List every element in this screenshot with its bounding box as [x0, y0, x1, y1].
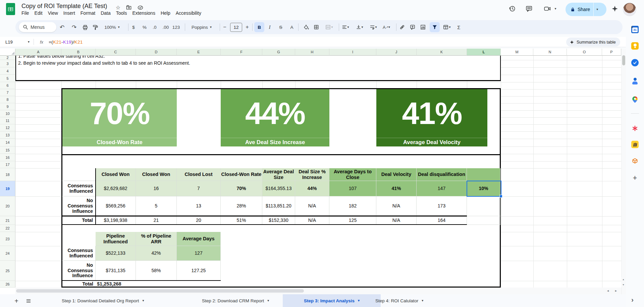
- cell-B25-label[interactable]: No Consensus Influence: [62, 261, 96, 281]
- toolbar-collapse-button[interactable]: [627, 22, 637, 32]
- cell-E24[interactable]: 127: [177, 246, 221, 261]
- sheet-tab-caret[interactable]: [267, 299, 269, 302]
- addon-asterisk-icon[interactable]: [631, 125, 639, 132]
- cell-K21[interactable]: 164: [417, 216, 467, 225]
- menu-data[interactable]: Data: [98, 9, 113, 17]
- row-header-2[interactable]: 2: [0, 56, 15, 60]
- increase-font-size-button[interactable]: +: [242, 22, 252, 32]
- tasks-icon[interactable]: [631, 59, 639, 66]
- cell-F20[interactable]: 28%: [221, 196, 262, 216]
- vertical-scrollbar-thumb[interactable]: [622, 55, 625, 65]
- text-wrap-button[interactable]: [367, 22, 380, 32]
- column-header-P[interactable]: P: [602, 49, 621, 56]
- row-header-26[interactable]: 26: [0, 281, 15, 288]
- decrease-decimal-button[interactable]: .0: [149, 22, 160, 32]
- cell-C20[interactable]: $569,256: [96, 196, 136, 216]
- row-header-3[interactable]: 3: [0, 60, 15, 67]
- row-header-8[interactable]: 8: [0, 96, 15, 103]
- cell-D21[interactable]: 21: [136, 216, 177, 225]
- cell-C23-header[interactable]: Pipeline Influenced: [96, 232, 136, 246]
- row-header-19[interactable]: 19: [0, 181, 15, 196]
- vertical-align-button[interactable]: [353, 22, 366, 32]
- menu-file[interactable]: File: [19, 9, 32, 17]
- scroll-left-button[interactable]: ◀: [606, 288, 610, 293]
- cell-H19[interactable]: 44%: [295, 181, 329, 196]
- more-formats-button[interactable]: 123: [170, 22, 182, 32]
- cell-E25[interactable]: 127.25: [177, 261, 221, 281]
- version-history-icon[interactable]: [507, 4, 517, 14]
- keep-icon[interactable]: [631, 42, 639, 50]
- share-dropdown-caret[interactable]: [596, 8, 598, 11]
- sheet-tab-step4[interactable]: Step 4: ROI Calulator: [371, 294, 428, 307]
- horizontal-scrollbar-thumb[interactable]: [16, 289, 304, 293]
- column-header-B[interactable]: B: [61, 49, 96, 56]
- row-header-10[interactable]: 10: [0, 110, 15, 117]
- cell-J19[interactable]: 41%: [376, 181, 417, 196]
- kpi-card-deal-velocity[interactable]: 41% Average Deal Velocity: [376, 89, 487, 146]
- row-header-4[interactable]: 4: [0, 67, 15, 75]
- row-header-16[interactable]: 16: [0, 154, 15, 161]
- share-button[interactable]: Share: [566, 3, 606, 16]
- column-header-O[interactable]: O: [567, 49, 602, 56]
- row-header-14[interactable]: 14: [0, 139, 15, 146]
- scroll-right-button[interactable]: ▶: [614, 288, 618, 293]
- insert-link-button[interactable]: [397, 22, 407, 32]
- all-sheets-button[interactable]: [24, 297, 33, 305]
- row-header-21[interactable]: 21: [0, 216, 15, 225]
- fill-color-button[interactable]: [301, 22, 311, 32]
- get-addons-plus-icon[interactable]: +: [631, 174, 639, 182]
- cell-D18-header[interactable]: Closed Won: [136, 168, 177, 181]
- text-rotation-button[interactable]: A↗: [380, 22, 393, 32]
- cell-I18-header[interactable]: Average Days to Close: [329, 168, 376, 181]
- menu-accessibility[interactable]: Accessibility: [173, 9, 204, 17]
- column-header-K[interactable]: K: [417, 49, 467, 56]
- cell-E20[interactable]: 13: [177, 196, 221, 216]
- sheets-logo[interactable]: [6, 3, 15, 15]
- cell-E23-header[interactable]: Average Days: [177, 232, 221, 246]
- sheet-tab-step2[interactable]: Step 2: Download CRM Report: [197, 294, 274, 307]
- row-header-5[interactable]: 5: [0, 75, 15, 82]
- column-header-C[interactable]: C: [96, 49, 136, 56]
- print-button[interactable]: [80, 22, 90, 32]
- cell-I20[interactable]: 182: [329, 196, 376, 216]
- format-percent-button[interactable]: %: [140, 22, 150, 32]
- cell-instruction-line1[interactable]: 1. Paste Values below starting in cell A…: [18, 56, 105, 59]
- add-sheet-button[interactable]: +: [12, 297, 21, 305]
- cell-B21-label[interactable]: Total: [62, 216, 96, 225]
- row-header-17[interactable]: 17: [0, 161, 15, 168]
- row-header-15[interactable]: 15: [0, 146, 15, 154]
- row-header-7[interactable]: 7: [0, 89, 15, 96]
- menu-extensions[interactable]: Extensions: [129, 9, 158, 17]
- cell-D25[interactable]: 58%: [136, 261, 177, 281]
- cell-B20-label[interactable]: No Consensus Influence: [62, 196, 96, 216]
- vertical-scrollbar[interactable]: [621, 49, 626, 294]
- cell-E21[interactable]: 20: [177, 216, 221, 225]
- name-box[interactable]: L19: [0, 40, 30, 45]
- kpi-card-deal-size-increase[interactable]: 44% Ave Deal Size Increase: [221, 89, 329, 146]
- row-header-20[interactable]: 20: [0, 196, 15, 216]
- italic-button[interactable]: I: [265, 22, 275, 32]
- merge-cells-button[interactable]: [322, 22, 336, 32]
- cell-E18-header[interactable]: Closed Lost: [177, 168, 221, 181]
- format-currency-button[interactable]: $: [128, 22, 139, 32]
- borders-button[interactable]: [311, 22, 321, 32]
- column-header-N[interactable]: N: [533, 49, 567, 56]
- row-header-23[interactable]: 23: [0, 232, 15, 246]
- cell-H18-header[interactable]: Deal Size % Increase: [295, 168, 329, 181]
- font-select[interactable]: Poppins: [187, 22, 216, 32]
- table-views-button[interactable]: [440, 22, 453, 32]
- insert-comment-button[interactable]: [408, 22, 418, 32]
- cell-F21[interactable]: 51%: [221, 216, 262, 225]
- summarize-table-button[interactable]: Summarize this table: [566, 38, 620, 47]
- undo-button[interactable]: ↶: [57, 22, 67, 32]
- cell-L18[interactable]: [467, 168, 500, 181]
- side-panel-collapse-chevron[interactable]: ›: [631, 296, 634, 304]
- row-header-11[interactable]: 11: [0, 117, 15, 124]
- gemini-icon[interactable]: [610, 4, 620, 14]
- cell-K19[interactable]: 147: [417, 181, 467, 196]
- row-header-6[interactable]: 6: [0, 82, 15, 89]
- horizontal-align-button[interactable]: [339, 22, 352, 32]
- name-box-caret[interactable]: [28, 40, 30, 44]
- select-all-corner[interactable]: [0, 49, 15, 56]
- cell-L21[interactable]: [467, 216, 500, 225]
